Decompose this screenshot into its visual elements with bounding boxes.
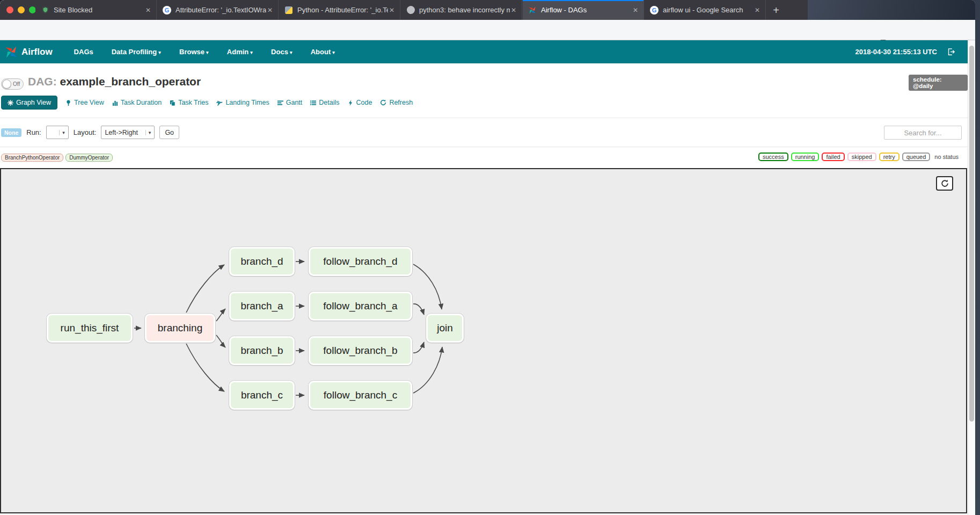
- dag-graph-canvas[interactable]: run_this_first branching branch_d follow…: [0, 168, 967, 513]
- task-node-join[interactable]: join: [426, 314, 464, 343]
- airflow-logo-icon: [4, 45, 18, 59]
- task-node-branch_d[interactable]: branch_d: [229, 247, 295, 276]
- tab-site-blocked[interactable]: Site Blocked ✕: [35, 0, 157, 20]
- view-label: Graph View: [16, 99, 51, 106]
- new-tab-button[interactable]: +: [769, 3, 784, 18]
- task-node-branching[interactable]: branching: [145, 314, 215, 343]
- run-select[interactable]: ▾: [46, 126, 69, 139]
- divider: [0, 118, 968, 118]
- close-window-button[interactable]: [6, 6, 13, 13]
- logout-icon[interactable]: [947, 47, 956, 56]
- legend-status-success: success: [758, 153, 788, 161]
- browser-window: Site Blocked ✕ G AttributeError: '_io.Te…: [0, 0, 975, 515]
- dag-pause-toggle[interactable]: Off: [1, 78, 24, 90]
- tab-graph-view[interactable]: Graph View: [1, 96, 57, 110]
- tab-close-icon[interactable]: ✕: [144, 6, 152, 14]
- legend-status-running: running: [791, 153, 820, 161]
- view-label: Gantt: [286, 99, 303, 106]
- run-label: Run:: [26, 128, 41, 136]
- tab-bar: Site Blocked ✕ G AttributeError: '_io.Te…: [0, 0, 975, 20]
- airflow-navbar: Airflow DAGs Data Profiling Browse Admin…: [0, 40, 968, 63]
- task-node-follow_branch_a[interactable]: follow_branch_a: [309, 292, 412, 321]
- tab-landing-times[interactable]: Landing Times: [216, 99, 269, 106]
- nav-item-browse[interactable]: Browse: [179, 48, 209, 56]
- layout-value: Left->Right: [105, 129, 138, 136]
- page-title: DAG: example_branch_operator: [28, 75, 201, 88]
- minimize-window-button[interactable]: [18, 6, 25, 13]
- tab-close-icon[interactable]: ✕: [510, 6, 517, 14]
- tab-close-icon[interactable]: ✕: [754, 6, 761, 14]
- schedule-badge: schedule: @daily: [909, 75, 968, 91]
- graph-refresh-button[interactable]: [936, 176, 953, 191]
- tab-code[interactable]: Code: [348, 99, 372, 106]
- view-label: Code: [356, 99, 372, 106]
- legend-status-retry: retry: [879, 153, 899, 161]
- airflow-brand[interactable]: Airflow: [4, 45, 53, 59]
- run-state-badge: None: [1, 128, 21, 137]
- tab-python-attributeerror[interactable]: Python - AttributeError: '_io.Te ✕: [279, 0, 400, 20]
- legend-status-failed: failed: [822, 153, 844, 161]
- shield-blocked-icon: [41, 6, 49, 14]
- desktop-wallpaper: [808, 0, 975, 20]
- nav-item-dags[interactable]: DAGs: [74, 48, 93, 56]
- tab-task-duration[interactable]: Task Duration: [112, 99, 162, 106]
- view-label: Task Duration: [121, 99, 162, 106]
- task-node-run_this_first[interactable]: run_this_first: [47, 314, 133, 343]
- browser-toolbar: i localhost:8080/admin/airflow/graph?exe…: [0, 20, 975, 40]
- task-node-branch_a[interactable]: branch_a: [229, 292, 295, 321]
- tab-details[interactable]: Details: [310, 99, 339, 106]
- legend-status-skipped: skipped: [847, 153, 876, 161]
- tab-attributeerror-search[interactable]: G AttributeError: '_io.TextIOWrapp ✕: [157, 0, 279, 20]
- tab-airflow-ui-search[interactable]: G airflow ui - Google Search ✕: [645, 0, 766, 20]
- github-icon: [406, 6, 415, 14]
- tab-airflow-dags[interactable]: Airflow - DAGs ✕: [523, 0, 644, 20]
- nav-item-docs[interactable]: Docs: [271, 48, 292, 56]
- tab-github-issue[interactable]: python3: behave incorrectly mo ✕: [401, 0, 522, 20]
- tab-gantt[interactable]: Gantt: [277, 99, 303, 106]
- layout-select[interactable]: Left->Right▾: [101, 126, 155, 139]
- nav-item-admin[interactable]: Admin: [227, 48, 253, 56]
- nav-item-data-profiling[interactable]: Data Profiling: [112, 48, 161, 56]
- task-node-branch_c[interactable]: branch_c: [229, 381, 295, 410]
- refresh-link[interactable]: Refresh: [380, 99, 413, 106]
- tab-task-tries[interactable]: Task Tries: [170, 99, 208, 106]
- tab-title: python3: behave incorrectly mo: [419, 6, 510, 14]
- go-button[interactable]: Go: [159, 126, 179, 139]
- chevron-down-icon: ▾: [59, 130, 65, 135]
- task-node-follow_branch_b[interactable]: follow_branch_b: [309, 336, 412, 365]
- tab-tree-view[interactable]: Tree View: [65, 99, 104, 106]
- dag-prefix: DAG:: [28, 75, 57, 88]
- task-node-follow_branch_c[interactable]: follow_branch_c: [309, 381, 412, 410]
- tab-title: Python - AttributeError: '_io.Te: [297, 6, 388, 14]
- utc-timestamp: 2018-04-30 21:55:13 UTC: [855, 48, 937, 56]
- tab-close-icon[interactable]: ✕: [266, 6, 274, 14]
- tab-title: Airflow - DAGs: [541, 6, 632, 14]
- dag-name: example_branch_operator: [60, 75, 201, 88]
- tab-title: airflow ui - Google Search: [663, 6, 754, 14]
- task-node-follow_branch_d[interactable]: follow_branch_d: [309, 247, 412, 276]
- chevron-down-icon: ▾: [145, 130, 151, 135]
- python-icon: [284, 6, 293, 14]
- tab-title: Site Blocked: [54, 6, 144, 14]
- scrollbar-thumb[interactable]: [969, 46, 974, 422]
- task-node-branch_b[interactable]: branch_b: [229, 336, 295, 365]
- task-search-input[interactable]: [884, 126, 962, 140]
- view-label: Landing Times: [225, 99, 269, 106]
- tab-close-icon[interactable]: ✕: [632, 6, 639, 14]
- nav-item-about[interactable]: About: [311, 48, 335, 56]
- tab-title: AttributeError: '_io.TextIOWrapp: [175, 6, 266, 14]
- page-scrollbar[interactable]: [968, 40, 975, 515]
- legend-status-none: no status: [934, 154, 959, 160]
- tab-close-icon[interactable]: ✕: [388, 6, 396, 14]
- view-label: Refresh: [389, 99, 413, 106]
- toggle-label: Off: [13, 81, 20, 87]
- view-label: Details: [319, 99, 339, 106]
- toggle-knob: [2, 79, 11, 89]
- legend-dummyoperator: DummyOperator: [65, 154, 113, 162]
- layout-label: Layout:: [74, 128, 97, 136]
- google-icon: G: [650, 6, 659, 14]
- google-icon: G: [163, 6, 171, 14]
- brand-label: Airflow: [21, 47, 53, 57]
- page-content: Off DAG: example_branch_operator schedul…: [0, 63, 968, 515]
- legend-status-queued: queued: [902, 153, 931, 161]
